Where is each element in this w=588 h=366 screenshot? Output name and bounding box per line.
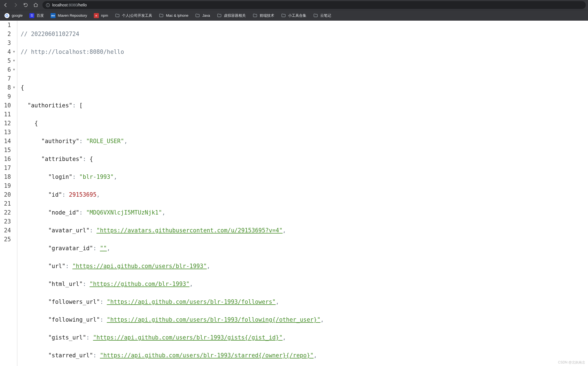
bookmark-item[interactable]: 个人|公司开发工具 [112,12,155,19]
line-number: 15 [0,146,15,155]
bookmark-item[interactable]: mvMaven Repository [48,12,90,19]
json-key: "authority" [41,138,79,145]
svg-point-1 [48,4,48,4]
line-number: 2 [0,30,15,38]
line-number: 21 [0,199,15,208]
json-key: "html_url" [48,281,83,287]
json-key: "gists_url" [48,334,86,341]
bookmark-label: google [12,13,23,18]
json-string: "ROLE_USER" [86,138,124,145]
json-key: "starred_url" [48,352,93,359]
bookmark-label: Mac & Iphone [166,13,188,18]
reload-button[interactable] [22,2,29,8]
line-number: 7 [0,74,15,83]
bookmark-item[interactable]: 百百度 [27,12,47,19]
folder-icon [195,13,200,18]
json-link[interactable]: "https://api.github.com/users/blr-1993/f… [107,316,321,323]
fold-toggle-icon[interactable]: ▼ [13,65,15,74]
url-text: localhost:8080/hello [52,3,87,7]
site-info-icon[interactable] [46,3,50,7]
bookmark-label: 百度 [37,13,44,18]
line-number: 17 [0,163,15,172]
bookmark-item[interactable]: nnpm [91,12,111,19]
bookmark-label: npm [101,13,108,18]
bookmark-item[interactable]: Java [192,12,213,19]
line-number: 25 [0,235,15,244]
comment: // http://localhost:8080/hello [21,49,124,55]
browser-toolbar: localhost:8080/hello [0,0,588,10]
bookmarks-bar: google百百度mvMaven Repositorynnpm个人|公司开发工具… [0,10,588,21]
google-favicon-icon [4,13,9,18]
bookmark-item[interactable]: 云笔记 [310,12,334,19]
json-viewer: 1234▼5▼6▼78▼9101112131415161718192021222… [0,21,588,366]
json-link[interactable]: "https://api.github.com/users/blr-1993/s… [100,352,314,359]
line-number: 1 [0,21,15,30]
baidu-favicon-icon: 百 [29,13,34,18]
fold-toggle-icon[interactable]: ▼ [13,83,15,92]
line-number: 20 [0,190,15,199]
bookmark-item[interactable]: 虚拟容器相关 [214,12,248,19]
bookmark-label: 个人|公司开发工具 [122,13,152,18]
json-key: "id" [48,191,62,198]
folder-icon [252,13,257,18]
forward-button[interactable] [12,2,19,8]
json-string: "blr-1993" [79,174,114,180]
bookmark-item[interactable]: 前端技术 [250,12,277,19]
json-number: 29153695 [69,191,97,198]
folder-icon [313,13,318,18]
line-number: 13 [0,128,15,137]
home-button[interactable] [32,2,39,8]
bookmark-item[interactable]: 小工具合集 [278,12,309,19]
json-key: "url" [48,263,66,269]
line-number: 6▼ [0,65,15,74]
code-area: // 20220601102724 // http://localhost:80… [17,21,588,366]
json-key: "node_id" [48,209,79,216]
json-key: "following_url" [48,316,100,323]
npm-favicon-icon: n [94,13,99,18]
line-number: 5▼ [0,56,15,65]
json-key: "avatar_url" [48,227,90,234]
comment: // 20220601102724 [21,31,79,37]
json-key: "attributes" [41,156,83,162]
line-number: 16 [0,155,15,163]
json-key: "gravatar_id" [48,245,93,252]
bookmark-label: 虚拟容器相关 [224,13,246,18]
watermark: CSDN @北执南念 [558,360,585,365]
json-key: "followers_url" [48,298,100,305]
line-number: 4▼ [0,47,15,56]
bookmark-label: Maven Repository [58,13,87,18]
line-number: 14 [0,137,15,146]
line-number: 19 [0,181,15,190]
line-number: 8▼ [0,83,15,92]
fold-toggle-icon[interactable]: ▼ [13,47,15,56]
bookmark-label: 前端技术 [260,13,274,18]
json-link[interactable]: "https://api.github.com/users/blr-1993" [72,263,207,269]
line-number: 3 [0,38,15,47]
bookmark-item[interactable]: google [2,12,25,19]
back-button[interactable] [2,2,9,8]
line-number: 11 [0,110,15,119]
bookmark-label: Java [202,13,210,18]
fold-toggle-icon[interactable]: ▼ [13,56,15,65]
folder-icon [217,13,222,18]
json-string: "MDQ6VXNlcjI5MTUzNjk1" [86,209,162,216]
line-number: 10 [0,101,15,110]
json-link[interactable]: "" [100,245,107,252]
line-number: 23 [0,217,15,226]
json-link[interactable]: "https://avatars.githubusercontent.com/u… [97,227,283,234]
line-number: 9 [0,92,15,101]
bookmark-item[interactable]: Mac & Iphone [156,12,191,19]
address-bar[interactable]: localhost:8080/hello [42,1,586,9]
line-number: 24 [0,226,15,235]
json-link[interactable]: "https://api.github.com/users/blr-1993/f… [107,298,276,305]
bookmark-label: 云笔记 [320,13,331,18]
bookmark-label: 小工具合集 [288,13,306,18]
maven-favicon-icon: mv [51,13,56,18]
line-number: 18 [0,172,15,181]
json-key: "authorities" [28,102,72,109]
json-link[interactable]: "https://github.com/blr-1993" [90,281,190,287]
line-number: 12 [0,119,15,128]
json-link[interactable]: "https://api.github.com/users/blr-1993/g… [93,334,283,341]
folder-icon [281,13,286,18]
line-number-gutter: 1234▼5▼6▼78▼9101112131415161718192021222… [0,21,17,366]
